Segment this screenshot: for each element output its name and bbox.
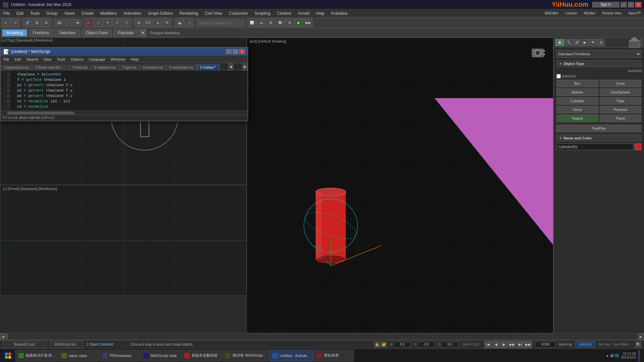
rp-modify-btn[interactable]: 🔧 xyxy=(565,39,573,46)
primitives-dropdown[interactable]: Standard Primitives Extended Primitives … xyxy=(556,50,641,58)
menu-rendering[interactable]: Rendering xyxy=(176,9,201,17)
plane-btn[interactable]: Plane xyxy=(600,115,642,122)
undo-btn[interactable]: ↩ xyxy=(1,18,10,27)
coord-z-input[interactable] xyxy=(441,342,458,347)
scene-explorer-btn[interactable]: 🗂 xyxy=(257,18,266,27)
sphere-btn[interactable]: Sphere xyxy=(556,88,598,96)
move-btn[interactable]: ✛ xyxy=(103,18,112,27)
torus-btn[interactable]: Torus xyxy=(556,106,598,113)
taskbar-item-2[interactable]: value class xyxy=(58,350,99,361)
render-btn[interactable]: ▶ xyxy=(294,18,303,27)
prev-frame-btn[interactable]: ◀ xyxy=(492,341,500,348)
selected-btn[interactable]: Selected xyxy=(576,342,595,347)
editor-menu-search[interactable]: Search xyxy=(24,56,41,63)
viewport-3d[interactable]: [ard] [Default Shading] xyxy=(247,38,553,333)
menu-ms-editor[interactable]: MSEditor xyxy=(541,9,562,17)
cone-btn[interactable]: Cone xyxy=(600,80,642,87)
menu-graph-editors[interactable]: Graph Editors xyxy=(145,9,176,17)
menu-krakatoa[interactable]: Krakatoa xyxy=(328,9,351,17)
minimize-btn[interactable]: — xyxy=(621,2,627,7)
teapot-btn[interactable]: Teapot xyxy=(556,115,598,122)
menu-scripting[interactable]: Scripting xyxy=(251,9,274,17)
name-color-section[interactable]: ▼ Name and Color xyxy=(556,135,641,141)
timeline-next-btn[interactable]: ▶ xyxy=(638,334,644,340)
menu-arnold[interactable]: Arnold xyxy=(294,9,313,17)
timeline-prev-btn[interactable]: ◀ xyxy=(0,334,6,340)
rp-display-btn[interactable]: 👁 xyxy=(589,39,597,46)
script-tab-next[interactable]: ▶ xyxy=(242,63,248,70)
select-btn[interactable]: ▷ xyxy=(85,18,93,27)
box-btn[interactable]: Box xyxy=(556,80,598,87)
rp-hierarchy-btn[interactable]: 🔗 xyxy=(573,39,581,46)
rotate-btn[interactable]: ↺ xyxy=(113,18,121,27)
tab-modeling[interactable]: Modeling xyxy=(2,29,27,37)
layers-btn[interactable]: ⊞ xyxy=(266,18,275,27)
editor-close-btn[interactable]: ✕ xyxy=(239,49,245,54)
editor-scrollbar[interactable] xyxy=(1,111,248,115)
editor-menu-help[interactable]: Help xyxy=(128,56,141,63)
coord-x-input[interactable] xyxy=(394,342,411,347)
code-area[interactable]: 1 2 3 4 5 6 7 theplane = $plane001 f = g… xyxy=(1,70,248,111)
lock2-btn[interactable]: 🔐 xyxy=(381,342,387,348)
show-desktop-btn[interactable] xyxy=(638,350,640,361)
menu-modifiers[interactable]: Modifiers xyxy=(97,9,120,17)
editor-menu-windows[interactable]: Windows xyxy=(108,56,128,63)
menu-opentp[interactable]: OpenTP xyxy=(625,9,644,17)
mirror-btn[interactable]: ⬓ xyxy=(175,18,184,27)
editor-menu-view[interactable]: View xyxy=(41,56,54,63)
close-btn[interactable]: ✕ xyxy=(635,2,641,7)
menu-group[interactable]: Group xyxy=(43,9,61,17)
next-frame-btn[interactable]: ▶| xyxy=(517,341,524,348)
start-btn[interactable] xyxy=(1,350,15,361)
align-btn[interactable]: ⊣ xyxy=(184,18,193,27)
object-indicator[interactable]: $teapot01:pot xyxy=(3,341,46,348)
menu-customize[interactable]: Customize xyxy=(226,9,252,17)
filter-dropdown[interactable]: All Geometry Shapes Lights Cameras xyxy=(54,19,81,26)
rp-motion-btn[interactable]: ▶ xyxy=(581,39,589,46)
menu-edit[interactable]: Edit xyxy=(13,9,27,17)
menu-help[interactable]: Help xyxy=(313,9,328,17)
taskbar-item-8[interactable]: 爱拍录屏 xyxy=(314,350,354,361)
tab-extra[interactable]: ▾ xyxy=(140,29,146,37)
snap2d-btn[interactable]: 2.5 xyxy=(144,18,153,27)
render-setup-btn[interactable]: ⚙ xyxy=(285,18,294,27)
lock-btn[interactable]: 🔒 xyxy=(374,342,380,348)
script-tab-4[interactable]: 7 light.ms xyxy=(119,65,140,70)
menu-particle-view[interactable]: Particle View xyxy=(599,9,625,17)
script-tab-3[interactable]: 6 ringwave.ms xyxy=(91,65,119,70)
unlink-btn[interactable]: ⛓ xyxy=(33,18,41,27)
object-color-swatch[interactable] xyxy=(635,143,641,150)
tab-object-paint[interactable]: Object Paint xyxy=(82,29,112,37)
editor-menu-file[interactable]: File xyxy=(1,56,12,63)
link-btn[interactable]: 🔗 xyxy=(23,18,32,27)
cylinder-btn[interactable]: Cylinder xyxy=(556,97,598,105)
tab-selection[interactable]: Selection xyxy=(55,29,80,37)
material-editor-btn[interactable]: 🎨 xyxy=(276,18,284,27)
bind-btn[interactable]: ⊕ xyxy=(42,18,51,27)
tab-populate[interactable]: Populate xyxy=(113,29,138,37)
time-input[interactable] xyxy=(535,342,555,348)
rp-utilities-btn[interactable]: ⚙ xyxy=(597,39,605,46)
graph-editors-btn[interactable]: 📊 xyxy=(248,18,256,27)
coord-y-input[interactable] xyxy=(418,342,434,347)
menu-content[interactable]: Content xyxy=(274,9,294,17)
editor-maximize-btn[interactable]: □ xyxy=(233,49,238,54)
scrollbar-thumb[interactable] xyxy=(7,112,74,114)
rp-create-btn[interactable]: ✦ xyxy=(555,39,565,46)
menu-listener[interactable]: Listener xyxy=(562,9,581,17)
script-tab-5[interactable]: 8 boolean.ms xyxy=(140,65,166,70)
percent-snap-btn[interactable]: % xyxy=(163,18,171,27)
redo-btn[interactable]: ↪ xyxy=(11,18,19,27)
tube-btn[interactable]: Tube xyxy=(600,97,642,105)
taskbar-item-3[interactable]: PPDownload xyxy=(99,350,140,361)
render-active-btn[interactable]: ▶▶ xyxy=(304,18,313,27)
scale-btn[interactable]: ⬡ xyxy=(122,18,131,27)
menu-civil-view[interactable]: Civil View xyxy=(202,9,226,17)
autocol-checkbox[interactable] xyxy=(556,74,561,78)
tab-freeform[interactable]: Freeform xyxy=(29,29,54,37)
play-btn[interactable]: ▶ xyxy=(500,341,508,348)
geosphere-btn[interactable]: GeoSphere xyxy=(600,88,642,96)
taskbar-item-6[interactable]: 第03章 MAXScript... xyxy=(222,350,268,361)
menu-meditor[interactable]: MEditor xyxy=(581,9,599,17)
menu-tools[interactable]: Tools xyxy=(27,9,43,17)
